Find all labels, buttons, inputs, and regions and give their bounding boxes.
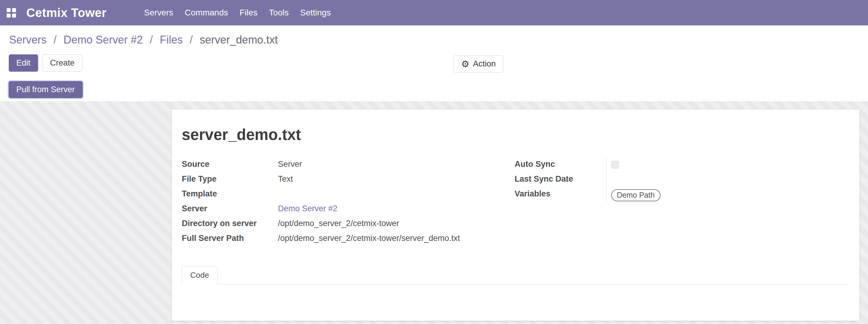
tab-code[interactable]: Code [182, 266, 217, 284]
field-groups: Source Server File Type Text Template Se… [182, 158, 847, 247]
menu-item-files[interactable]: Files [234, 0, 263, 25]
apps-menu-button[interactable] [7, 8, 16, 18]
menu-item-commands[interactable]: Commands [179, 0, 234, 25]
field-value: Server [278, 158, 515, 172]
control-panel: Servers / Demo Server #2 / Files / serve… [0, 25, 868, 101]
apps-grid-icon [7, 13, 10, 18]
variable-tag[interactable]: Demo Path [611, 189, 660, 201]
menu-item-servers[interactable]: Servers [138, 0, 179, 25]
field-row-last-sync-date: Last Sync Date [515, 172, 848, 187]
field-value [607, 172, 848, 187]
field-row-template: Template [182, 187, 515, 202]
field-value: /opt/demo_server_2/cetmix-tower [278, 217, 515, 232]
create-button[interactable]: Create [43, 55, 82, 72]
apps-grid-icon [7, 8, 10, 12]
field-label: Full Server Path [182, 232, 278, 243]
menu-item-settings[interactable]: Settings [294, 0, 336, 25]
breadcrumb-files[interactable]: Files [160, 34, 183, 46]
edit-button[interactable]: Edit [9, 55, 38, 72]
field-value [278, 187, 515, 202]
top-menu: Servers Commands Files Tools Settings [138, 0, 336, 25]
field-row-server: Server Demo Server #2 [182, 202, 515, 217]
field-row-auto-sync: Auto Sync [515, 158, 848, 172]
record-title: server_demo.txt [182, 126, 847, 143]
field-label: Variables [515, 187, 607, 199]
app-brand[interactable]: Cetmix Tower [26, 6, 106, 20]
field-value: Text [278, 172, 515, 187]
field-value [607, 158, 848, 172]
field-row-source: Source Server [182, 158, 515, 172]
field-label: File Type [182, 172, 278, 184]
field-label: Last Sync Date [515, 172, 607, 184]
field-row-directory: Directory on server /opt/demo_server_2/c… [182, 217, 515, 232]
field-value: /opt/demo_server_2/cetmix-tower/server_d… [278, 232, 515, 247]
action-button[interactable]: ⚙ Action [454, 55, 503, 72]
apps-grid-icon [12, 13, 16, 18]
field-group-right: Auto Sync Last Sync Date Variables Demo … [515, 158, 848, 247]
gear-icon: ⚙ [461, 60, 469, 69]
field-label: Auto Sync [515, 158, 607, 169]
breadcrumb-current: server_demo.txt [199, 34, 278, 46]
field-row-file-type: File Type Text [182, 172, 515, 187]
menu-item-tools[interactable]: Tools [263, 0, 294, 25]
notebook-tabs: Code [182, 266, 847, 284]
content-area: server_demo.txt Source Server File Type … [0, 101, 868, 324]
breadcrumb-demo-server[interactable]: Demo Server #2 [63, 34, 143, 46]
action-button-label: Action [473, 59, 496, 69]
field-label: Server [182, 202, 278, 214]
breadcrumb-servers[interactable]: Servers [9, 34, 46, 46]
breadcrumb-separator: / [190, 34, 193, 46]
server-link[interactable]: Demo Server #2 [278, 202, 515, 217]
pull-from-server-button[interactable]: Pull from Server [9, 81, 83, 98]
field-row-full-path: Full Server Path /opt/demo_server_2/cetm… [182, 232, 515, 247]
field-row-variables: Variables Demo Path [515, 187, 848, 202]
top-navbar: Cetmix Tower Servers Commands Files Tool… [0, 0, 868, 25]
notebook: Code [182, 266, 847, 284]
breadcrumb: Servers / Demo Server #2 / Files / serve… [0, 25, 868, 46]
breadcrumb-separator: / [54, 34, 57, 46]
field-value: Demo Path [607, 187, 848, 202]
field-label: Directory on server [182, 217, 278, 228]
apps-grid-icon [12, 8, 16, 12]
form-buttons: Edit Create [9, 55, 868, 72]
breadcrumb-separator: / [150, 34, 153, 46]
auto-sync-checkbox[interactable] [611, 161, 619, 169]
field-group-left: Source Server File Type Text Template Se… [182, 158, 515, 247]
form-sheet: server_demo.txt Source Server File Type … [172, 109, 860, 321]
field-label: Template [182, 187, 278, 199]
field-label: Source [182, 158, 278, 169]
